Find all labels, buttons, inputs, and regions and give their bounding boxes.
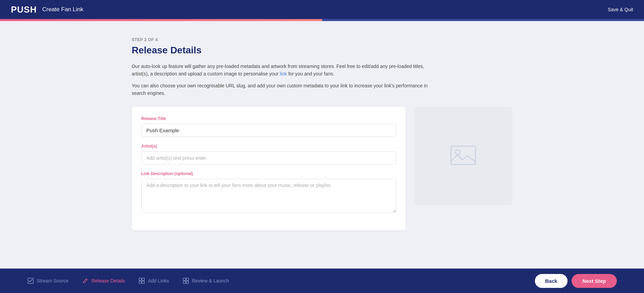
release-title-input[interactable] [141,124,396,137]
release-title-label: Release Title [141,116,396,121]
description-text-1: Our auto-look up feature will gather any… [132,63,438,78]
review-launch-label: Review & Launch [192,278,229,283]
form-card: Release Title Artist(s) Link Description… [132,107,406,230]
image-placeholder[interactable] [414,107,512,205]
content-wrapper: STEP 2 OF 4 Release Details Our auto-loo… [118,37,526,230]
svg-rect-4 [142,278,144,280]
back-button[interactable]: Back [535,274,568,288]
header: PUSH Create Fan Link Save & Quit [0,0,644,19]
artists-group: Artist(s) [141,144,396,165]
step-nav-release-details[interactable]: Release Details [82,277,125,284]
release-title-group: Release Title [141,116,396,137]
grid-icon-1 [138,277,145,284]
link-anchor[interactable]: link [280,71,287,76]
description-textarea[interactable] [141,179,396,213]
steps-nav: Stream Source Release Details Add Lin [27,277,229,284]
svg-rect-6 [142,281,144,283]
description-label: Link Description (optional) [141,171,396,176]
page-header-title: Create Fan Link [42,6,83,13]
add-links-label: Add Links [148,278,169,283]
logo: PUSH [11,4,37,15]
save-quit-button[interactable]: Save & Quit [608,7,633,12]
artists-input[interactable] [141,151,396,165]
image-icon [450,143,477,169]
svg-rect-5 [139,281,141,283]
stream-source-label: Stream Source [37,278,68,283]
footer-nav: Stream Source Release Details Add Lin [0,269,644,293]
svg-rect-7 [183,278,186,280]
step-nav-add-links[interactable]: Add Links [138,277,169,284]
main-content: STEP 2 OF 4 Release Details Our auto-loo… [0,21,644,269]
step-nav-review-launch[interactable]: Review & Launch [182,277,229,284]
next-step-button[interactable]: Next Step [572,274,617,288]
step-nav-stream-source[interactable]: Stream Source [27,277,68,284]
artists-label: Artist(s) [141,144,396,149]
description-group: Link Description (optional) [141,171,396,214]
edit-icon [82,277,89,284]
grid-icon-2 [182,277,189,284]
release-details-label: Release Details [91,278,125,283]
svg-rect-8 [186,278,189,280]
footer-buttons: Back Next Step [535,274,617,288]
check-square-icon [27,277,34,284]
svg-point-1 [455,150,460,155]
svg-rect-3 [139,278,141,280]
form-area: Release Title Artist(s) Link Description… [132,107,512,230]
svg-rect-9 [183,281,186,283]
description-text-2: You can also choose your own recognisabl… [132,82,438,97]
svg-rect-0 [451,146,475,165]
svg-rect-10 [186,281,189,283]
step-label: STEP 2 OF 4 [132,37,512,42]
page-title: Release Details [132,45,512,56]
header-left: PUSH Create Fan Link [11,4,83,15]
